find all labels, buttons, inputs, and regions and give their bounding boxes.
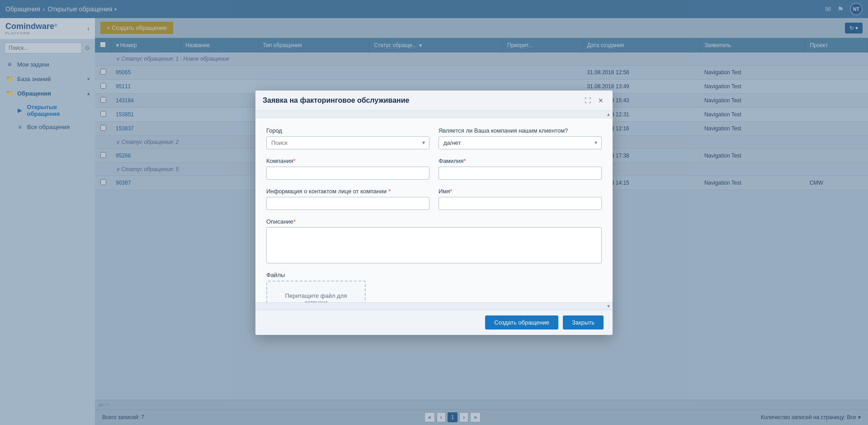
form-group-name: Имя* bbox=[439, 188, 602, 210]
name-label: Имя* bbox=[439, 188, 602, 195]
form-row-2: Компания* Фамилия* bbox=[266, 158, 602, 180]
client-select-wrapper: да/нет да нет bbox=[439, 136, 602, 149]
form-group-files: Файлы Перетащите файл для загрузки или в… bbox=[266, 272, 602, 302]
modal-header: Заявка на факторинговое обслуживание ⛶ ✕ bbox=[255, 91, 613, 111]
modal-body: Город ▾ Является ли Ваша компания нашим … bbox=[255, 118, 613, 302]
form-row-1: Город ▾ Является ли Ваша компания нашим … bbox=[266, 127, 602, 149]
scroll-bottom-row: ▼ bbox=[255, 302, 613, 310]
city-select-wrapper: ▾ bbox=[266, 136, 429, 149]
city-input[interactable] bbox=[266, 136, 429, 149]
drop-text-1: Перетащите файл для загрузки bbox=[276, 292, 356, 302]
scroll-top-row: ▲ bbox=[255, 111, 613, 118]
description-textarea[interactable] bbox=[266, 227, 602, 263]
file-drop-zone[interactable]: Перетащите файл для загрузки или выберит… bbox=[266, 281, 366, 302]
modal-submit-button[interactable]: Создать обращение bbox=[485, 315, 558, 329]
contact-input[interactable] bbox=[266, 197, 429, 210]
client-select[interactable]: да/нет да нет bbox=[439, 136, 602, 149]
modal-form: Город ▾ Является ли Ваша компания нашим … bbox=[266, 127, 602, 302]
form-group-contact: Информация о контактом лице от компании … bbox=[266, 188, 429, 210]
scroll-down-button[interactable]: ▼ bbox=[606, 304, 611, 309]
form-group-client: Является ли Ваша компания нашим клиентом… bbox=[439, 127, 602, 149]
files-label: Файлы bbox=[266, 272, 602, 278]
modal-dialog: Заявка на факторинговое обслуживание ⛶ ✕… bbox=[255, 91, 613, 335]
surname-input[interactable] bbox=[439, 167, 602, 180]
name-input[interactable] bbox=[439, 197, 602, 210]
company-label: Компания* bbox=[266, 158, 429, 164]
form-group-description: Описание* bbox=[266, 218, 602, 263]
modal-close-footer-button[interactable]: Закрыть bbox=[563, 315, 604, 329]
modal-header-icons: ⛶ ✕ bbox=[583, 96, 605, 105]
client-label: Является ли Ваша компания нашим клиентом… bbox=[439, 127, 602, 134]
modal-content-area: ▲ Город ▾ bbox=[255, 111, 613, 310]
modal-title: Заявка на факторинговое обслуживание bbox=[263, 96, 410, 105]
scroll-up-button[interactable]: ▲ bbox=[606, 112, 611, 117]
modal-overlay: Заявка на факторинговое обслуживание ⛶ ✕… bbox=[0, 0, 868, 425]
surname-label: Фамилия* bbox=[439, 158, 602, 164]
modal-close-button[interactable]: ✕ bbox=[596, 96, 605, 105]
form-group-city: Город ▾ bbox=[266, 127, 429, 149]
modal-expand-button[interactable]: ⛶ bbox=[583, 96, 593, 105]
city-label: Город bbox=[266, 127, 429, 134]
description-label: Описание* bbox=[266, 218, 602, 225]
form-group-company: Компания* bbox=[266, 158, 429, 180]
form-group-surname: Фамилия* bbox=[439, 158, 602, 180]
form-row-3: Информация о контактом лице от компании … bbox=[266, 188, 602, 210]
modal-scroll-wrapper: ▲ Город ▾ bbox=[255, 111, 613, 310]
modal-footer: Создать обращение Закрыть bbox=[255, 310, 613, 335]
company-input[interactable] bbox=[266, 167, 429, 180]
contact-label: Информация о контактом лице от компании … bbox=[266, 188, 429, 195]
